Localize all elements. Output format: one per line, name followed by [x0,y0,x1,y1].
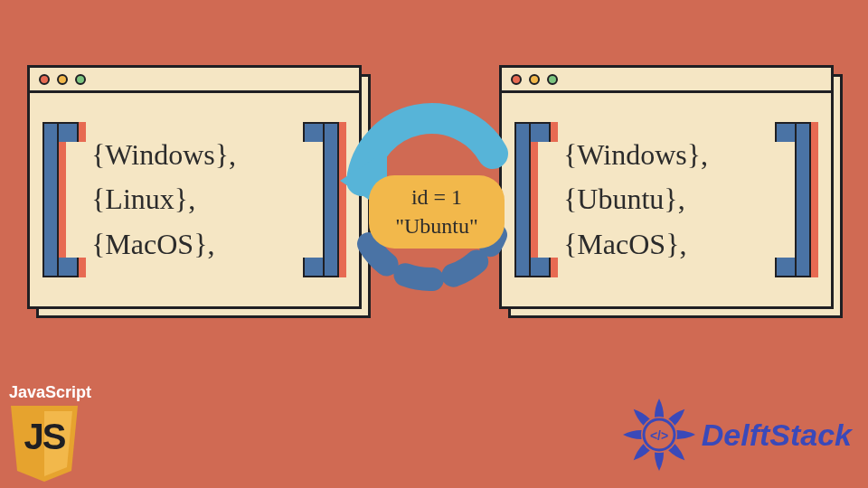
window-content: {Windows}, {Ubuntu}, {MacOS}, [502,93,831,306]
close-icon [39,74,50,85]
close-bracket-icon [775,122,818,277]
minimize-icon [529,74,540,85]
array-item: {Windows}, [91,133,297,178]
zoom-icon [547,74,558,85]
javascript-shield-icon: JS [9,404,80,483]
array-item: {Windows}, [563,133,769,178]
javascript-shield-text: JS [9,417,80,457]
array-list: {Windows}, {Linux}, {MacOS}, [91,133,297,267]
transform-pill: id = 1 "Ubuntu" [369,175,505,249]
javascript-logo: JavaScript JS [9,383,99,483]
javascript-label: JavaScript [9,383,99,402]
delftstack-mandala-icon: </> [622,398,696,472]
window-titlebar [502,68,831,93]
close-icon [511,74,522,85]
window-front: {Windows}, {Ubuntu}, {MacOS}, [499,65,834,309]
array-item: {Linux}, [91,177,297,222]
window-front: {Windows}, {Linux}, {MacOS}, [27,65,362,309]
svg-text:</>: </> [650,428,668,443]
zoom-icon [75,74,86,85]
window-titlebar [30,68,359,93]
minimize-icon [57,74,68,85]
result-array-window: {Windows}, {Ubuntu}, {MacOS}, [499,65,843,318]
array-list: {Windows}, {Ubuntu}, {MacOS}, [563,133,769,267]
transform-operation: id = 1 "Ubuntu" [362,117,506,316]
array-item: {MacOS}, [563,222,769,267]
source-array-window: {Windows}, {Linux}, {MacOS}, [27,65,371,318]
window-content: {Windows}, {Linux}, {MacOS}, [30,93,359,306]
array-item: {Ubuntu}, [563,177,769,222]
transform-value: "Ubuntu" [382,211,492,240]
open-bracket-icon [42,122,86,277]
delftstack-logo: </> DelftStack [622,398,852,472]
array-item: {MacOS}, [91,222,297,267]
transform-id: id = 1 [382,183,492,211]
open-bracket-icon [514,122,558,277]
delftstack-text: DelftStack [702,418,852,453]
